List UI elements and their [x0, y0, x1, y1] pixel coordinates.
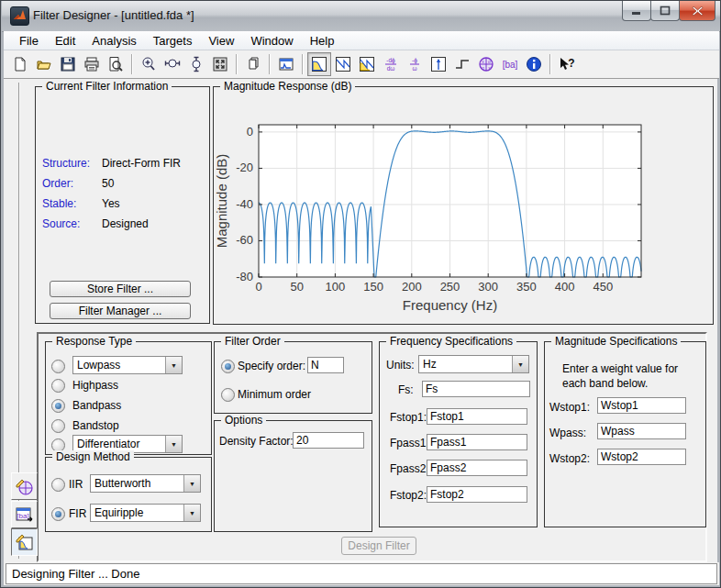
svg-text:200: 200 [402, 280, 422, 294]
impulse-response-button[interactable] [427, 52, 450, 76]
phase-response-button[interactable] [331, 52, 355, 76]
full-view-button[interactable] [208, 52, 232, 76]
svg-text:[ba]: [ba] [17, 512, 28, 520]
magnitude-phase-response-button[interactable] [355, 52, 379, 76]
menu-analysis[interactable]: Analysis [83, 32, 144, 50]
units-dropdown[interactable]: Hz ▼ [418, 355, 529, 373]
filter-coefficients-button[interactable]: [ba] [498, 52, 522, 76]
specify-order-radio[interactable] [221, 360, 235, 373]
iir-method-dropdown[interactable]: Butterworth ▼ [90, 474, 201, 493]
menu-view[interactable]: View [200, 32, 242, 50]
filter-designer-window: Filter Designer - [untitled.fda *] File … [0, 0, 721, 588]
save-file-button[interactable] [56, 52, 80, 76]
fstop1-input[interactable] [427, 408, 527, 425]
panel-title: Current Filter Information [42, 80, 172, 93]
svg-text:250: 250 [440, 280, 460, 294]
fpass1-input[interactable] [427, 434, 527, 450]
menu-window[interactable]: Window [242, 32, 301, 50]
design-filter-button[interactable]: Design Filter [341, 537, 416, 555]
design-filter-icon [15, 533, 34, 552]
fstop2-label: Fstop2: [390, 489, 427, 502]
wstop2-input[interactable] [597, 449, 686, 465]
svg-text:150: 150 [363, 280, 383, 294]
filter-order-group: Filter Order [214, 341, 372, 414]
filter-information-button[interactable] [522, 52, 546, 76]
iir-radio[interactable] [51, 478, 65, 492]
zoom-x-icon [164, 56, 181, 72]
fir-method-dropdown[interactable]: Equiripple ▼ [90, 504, 201, 522]
order-input[interactable] [307, 357, 344, 373]
group-title: Options [221, 414, 266, 427]
impulse-response-icon [430, 56, 447, 72]
polezero-editor-button[interactable] [11, 472, 38, 500]
svg-text:Magnitude (dB): Magnitude (dB) [214, 154, 229, 249]
highpass-radio[interactable] [51, 379, 65, 393]
new-file-button[interactable] [8, 52, 32, 76]
matlab-logo-icon [11, 7, 28, 25]
print-to-figure-button[interactable] [241, 52, 265, 76]
magnitude-response-icon [311, 56, 327, 72]
wpass-input[interactable] [597, 423, 686, 439]
context-help-button[interactable]: ? [555, 52, 579, 76]
magnitude-response-button[interactable] [307, 52, 331, 76]
zoom-x-button[interactable] [161, 52, 184, 76]
units-label: Units: [386, 359, 415, 372]
magnitude-response-chart[interactable]: 0501001502002503003504004500-20-40-60-80… [214, 87, 711, 322]
bandstop-radio[interactable] [51, 419, 65, 433]
phase-delay-button[interactable]: -ϕω [403, 52, 427, 76]
menu-help[interactable]: Help [302, 32, 343, 50]
density-factor-input[interactable] [293, 432, 364, 449]
source-label: Source: [42, 217, 80, 230]
svg-text:ω: ω [412, 65, 416, 72]
import-filter-button[interactable]: [ba] [11, 501, 38, 528]
maximize-button[interactable] [650, 1, 680, 21]
print-preview-button[interactable] [104, 52, 128, 76]
order-label: Order: [42, 177, 73, 190]
store-filter-button[interactable]: Store Filter ... [50, 281, 191, 297]
menu-edit[interactable]: Edit [47, 32, 83, 50]
stable-value: Yes [102, 197, 120, 210]
pole-zero-plot-icon: xoox [478, 56, 494, 72]
fir-radio[interactable] [51, 507, 65, 521]
print-button[interactable] [80, 52, 104, 76]
full-view-analysis-button[interactable] [274, 52, 298, 76]
group-delay-button[interactable]: -dϕdω [379, 52, 403, 76]
menu-file[interactable]: File [11, 32, 47, 50]
window-title: Filter Designer - [untitled.fda *] [33, 8, 194, 22]
group-title: Filter Order [221, 335, 284, 348]
status-text: Designing Filter ... Done [12, 567, 139, 581]
zoom-in-button[interactable] [137, 52, 161, 76]
minimize-button[interactable] [622, 1, 651, 21]
design-filter-sidebar-button[interactable] [11, 528, 38, 556]
menu-bar: File Edit Analysis Targets View Window H… [4, 31, 719, 50]
filter-manager-button[interactable]: Filter Manager ... [50, 303, 191, 319]
title-bar[interactable]: Filter Designer - [untitled.fda *] [2, 1, 721, 32]
toolbar-separator [236, 54, 238, 74]
lowpass-radio[interactable] [51, 360, 65, 373]
bandstop-label: Bandstop [72, 419, 119, 432]
fir-method-value: Equiripple [91, 505, 183, 521]
svg-text:-ϕ: -ϕ [412, 57, 417, 64]
minimum-order-label: Minimum order [238, 388, 311, 401]
pole-zero-plot-button[interactable]: xoox [474, 52, 498, 76]
lowpass-dropdown[interactable]: Lowpass ▼ [72, 356, 183, 374]
wstop1-input[interactable] [597, 397, 686, 414]
open-file-button[interactable] [32, 52, 56, 76]
step-response-button[interactable] [450, 52, 474, 76]
svg-text:Frequency (Hz): Frequency (Hz) [403, 297, 497, 313]
close-button[interactable] [679, 1, 715, 21]
zoom-y-button[interactable] [184, 52, 208, 76]
fpass2-input[interactable] [427, 460, 527, 476]
fstop2-input[interactable] [427, 486, 527, 503]
svg-text:-40: -40 [236, 197, 253, 211]
bandpass-radio[interactable] [51, 399, 65, 413]
svg-text:[ba]: [ba] [503, 60, 518, 70]
print-to-figure-icon [245, 56, 261, 72]
magnitude-response-panel: Magnitude Response (dB) 0501001502002503… [213, 86, 714, 325]
highpass-label: Highpass [72, 379, 118, 392]
status-bar: Designing Filter ... Done [4, 562, 719, 585]
minimum-order-radio[interactable] [221, 388, 235, 402]
fs-input[interactable] [422, 381, 530, 397]
toolbar: -dϕdω -ϕω xoox [ba] ? [4, 50, 719, 79]
menu-targets[interactable]: Targets [145, 32, 201, 50]
